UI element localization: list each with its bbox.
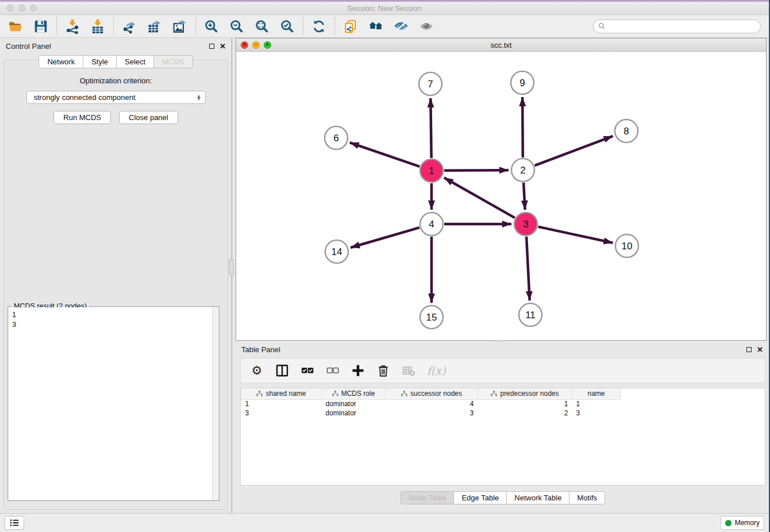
graph-node-label-1: 1 bbox=[429, 165, 434, 176]
search-input[interactable] bbox=[609, 22, 756, 30]
deselect-all-icon[interactable] bbox=[326, 364, 340, 377]
table-panel-title: Table Panel bbox=[241, 345, 280, 354]
table-cell[interactable]: 3 bbox=[386, 408, 478, 418]
table-cell[interactable]: 1 bbox=[478, 399, 572, 408]
zoom-fit-icon[interactable] bbox=[255, 19, 270, 34]
criterion-dropdown[interactable]: strongly connected component ▲▼ bbox=[26, 91, 206, 104]
tab-mcds[interactable]: MCDS bbox=[154, 55, 192, 68]
graph-node-label-7: 7 bbox=[428, 79, 433, 90]
refresh-icon[interactable] bbox=[311, 19, 326, 34]
list-icon bbox=[9, 518, 20, 527]
network-window: ✕ − + scc.txt 7968124314101511 bbox=[236, 38, 767, 341]
task-history-button[interactable] bbox=[5, 516, 24, 530]
zoom-in-icon[interactable] bbox=[204, 19, 219, 34]
table-cell[interactable]: dominator bbox=[322, 408, 386, 418]
run-mcds-button[interactable]: Run MCDS bbox=[53, 111, 111, 124]
tab-style[interactable]: Style bbox=[83, 55, 117, 68]
vertical-splitter-handle[interactable] bbox=[229, 260, 234, 275]
search-box[interactable] bbox=[593, 20, 761, 33]
trash-icon[interactable] bbox=[376, 364, 390, 377]
main-toolbar bbox=[0, 15, 769, 38]
table-cell[interactable]: 1 bbox=[572, 399, 621, 408]
table-header-row[interactable]: shared name MCDS role successor nodes pr… bbox=[241, 388, 621, 399]
memory-button[interactable]: Memory bbox=[721, 516, 764, 530]
tab-edge-table[interactable]: Edge Table bbox=[454, 491, 507, 504]
network-window-titlebar[interactable]: ✕ − + scc.txt bbox=[236, 38, 766, 52]
chevron-up-down-icon: ▲▼ bbox=[197, 95, 202, 101]
graph-edge-4-14[interactable] bbox=[351, 228, 419, 248]
result-item[interactable]: 3 bbox=[12, 319, 215, 329]
zoom-out-icon[interactable] bbox=[229, 19, 244, 34]
control-panel-title: Control Panel bbox=[6, 42, 51, 51]
network-graph[interactable]: 7968124314101511 bbox=[236, 52, 767, 340]
import-network-icon[interactable] bbox=[65, 19, 80, 34]
export-network-icon[interactable] bbox=[122, 19, 137, 34]
graph-edge-2-3[interactable] bbox=[523, 183, 525, 210]
close-table-panel-icon[interactable]: ✕ bbox=[757, 346, 763, 353]
tab-motifs[interactable]: Motifs bbox=[569, 491, 605, 504]
graph-edge-1-7[interactable] bbox=[430, 98, 431, 158]
delete-table-icon[interactable] bbox=[402, 364, 415, 377]
result-scrollbar[interactable] bbox=[212, 307, 218, 500]
app-titlebar: Session: New Session bbox=[0, 2, 769, 15]
graph-edge-1-6[interactable] bbox=[350, 142, 420, 167]
table-cell[interactable]: 1 bbox=[241, 399, 322, 408]
close-panel-icon[interactable]: ✕ bbox=[220, 43, 226, 50]
node-table[interactable]: shared name MCDS role successor nodes pr… bbox=[240, 388, 765, 485]
table-cell[interactable]: 3 bbox=[572, 408, 621, 418]
memory-label: Memory bbox=[735, 519, 760, 527]
export-table-icon[interactable] bbox=[147, 19, 162, 34]
control-panel-tabs: Network Style Select MCDS bbox=[0, 55, 232, 68]
graph-edge-2-8[interactable] bbox=[535, 136, 613, 165]
columns-icon[interactable] bbox=[275, 364, 289, 377]
graph-edge-3-1[interactable] bbox=[444, 178, 515, 218]
table-row[interactable]: 3dominator323 bbox=[241, 408, 621, 418]
graph-edge-3-11[interactable] bbox=[526, 237, 530, 300]
table-panel: Table Panel ✕ ⚙ f(x) bbox=[236, 342, 770, 511]
float-panel-icon[interactable] bbox=[209, 44, 214, 49]
graph-edge-1-2[interactable] bbox=[444, 170, 509, 171]
mcds-result-list[interactable]: 13 bbox=[9, 307, 218, 500]
close-panel-button[interactable]: Close panel bbox=[119, 111, 178, 124]
save-session-icon[interactable] bbox=[33, 19, 48, 34]
tab-network-table[interactable]: Network Table bbox=[507, 491, 569, 504]
optimization-criterion-label: Optimization criterion: bbox=[4, 76, 228, 85]
shared-column-icon bbox=[332, 391, 338, 396]
graph-node-label-11: 11 bbox=[525, 310, 536, 321]
graph-node-label-3: 3 bbox=[523, 219, 528, 230]
shared-column-icon bbox=[401, 391, 407, 396]
graph-node-label-6: 6 bbox=[333, 133, 338, 144]
import-table-icon[interactable] bbox=[90, 19, 105, 34]
function-icon[interactable]: f(x) bbox=[427, 364, 446, 377]
show-panel-icon[interactable] bbox=[419, 19, 434, 34]
tab-network[interactable]: Network bbox=[38, 55, 83, 68]
tab-node-table[interactable]: Node Table bbox=[401, 491, 455, 504]
table-cell[interactable]: 2 bbox=[478, 408, 572, 418]
hide-panel-icon[interactable] bbox=[394, 19, 409, 34]
table-cell[interactable]: 4 bbox=[386, 399, 478, 408]
network-canvas[interactable]: 7968124314101511 bbox=[236, 52, 766, 340]
mcds-result-group: MCDS result (2 nodes) 13 bbox=[7, 306, 220, 501]
add-icon[interactable] bbox=[351, 364, 365, 377]
graph-edge-3-10[interactable] bbox=[538, 227, 613, 243]
table-row[interactable]: 1dominator411 bbox=[241, 399, 621, 408]
graph-edge-2-9[interactable] bbox=[522, 97, 523, 157]
tab-select[interactable]: Select bbox=[117, 55, 154, 68]
select-all-icon[interactable] bbox=[301, 364, 314, 377]
shared-column-icon bbox=[491, 391, 497, 396]
export-image-icon[interactable] bbox=[172, 19, 187, 34]
duplicate-network-icon[interactable] bbox=[343, 19, 358, 34]
home-icon[interactable] bbox=[368, 19, 383, 34]
search-icon bbox=[598, 22, 606, 30]
table-cell[interactable]: 3 bbox=[241, 408, 322, 418]
graph-node-label-14: 14 bbox=[332, 246, 342, 257]
graph-node-label-9: 9 bbox=[519, 78, 525, 88]
result-item[interactable]: 1 bbox=[12, 310, 215, 319]
float-table-panel-icon[interactable] bbox=[746, 347, 752, 352]
table-cell[interactable]: dominator bbox=[322, 399, 386, 408]
criterion-value: strongly connected component bbox=[34, 93, 136, 102]
memory-status-icon bbox=[725, 520, 732, 526]
zoom-selected-icon[interactable] bbox=[280, 19, 295, 34]
gear-icon[interactable]: ⚙ bbox=[250, 364, 264, 377]
open-session-icon[interactable] bbox=[8, 19, 23, 34]
